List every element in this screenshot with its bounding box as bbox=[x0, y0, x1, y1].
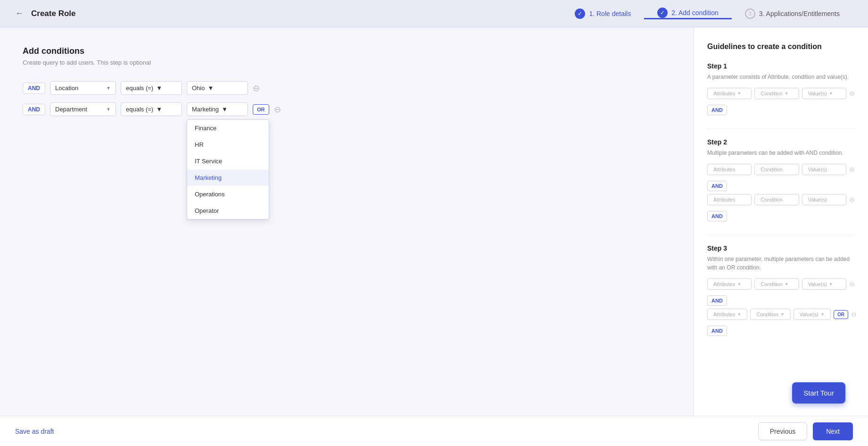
right-panel: Guidelines to create a condition Step 1 … bbox=[694, 27, 868, 416]
location-attribute-select[interactable]: Location ▼ bbox=[50, 81, 116, 95]
guide-step-2-cond-1: Condition bbox=[754, 164, 799, 175]
start-tour-button[interactable]: Start Tour bbox=[792, 382, 845, 404]
guide-separator-1 bbox=[707, 128, 855, 129]
remove-row-1-button[interactable]: ⊖ bbox=[253, 84, 260, 93]
guide-step-2-row-2: Attributes Condition Value(s) ⊖ bbox=[707, 194, 855, 205]
department-dropdown-menu: Finance HR IT Service Marketing Operatio… bbox=[187, 119, 269, 219]
guide-step-3-remove-1: ⊖ bbox=[849, 280, 855, 288]
location-condition-value: equals (=) bbox=[126, 84, 153, 92]
back-button[interactable]: ← bbox=[15, 8, 24, 18]
guide-step-1-row: Attributes ▼ Condition ▼ Value(s) ▼ ⊖ bbox=[707, 88, 855, 99]
step-2[interactable]: ✓ 2. Add condition bbox=[644, 8, 732, 19]
guide-condition-label-1: Condition bbox=[761, 91, 782, 96]
dropdown-item-operations[interactable]: Operations bbox=[187, 186, 269, 202]
department-condition-value: equals (=) bbox=[126, 106, 153, 113]
guide-step-3: Step 3 Within one parameter, multiple pa… bbox=[707, 244, 855, 336]
and-label-2: AND bbox=[23, 104, 45, 115]
section-title: Add conditions bbox=[23, 46, 671, 56]
guide-step-2-remove-2: ⊖ bbox=[849, 196, 855, 203]
location-condition-select[interactable]: equals (=) ▼ bbox=[121, 81, 182, 95]
guide-and-4: AND bbox=[707, 295, 727, 306]
guide-or-badge: OR bbox=[834, 310, 848, 319]
steps-nav: ✓ 1. Role details ✓ 2. Add condition 3 3… bbox=[562, 8, 853, 19]
step-1-circle: ✓ bbox=[575, 8, 585, 19]
guide-step-2-val-2: Value(s) bbox=[802, 194, 846, 205]
guide-step-1: Step 1 A parameter consists of Attribute… bbox=[707, 62, 855, 115]
location-value: Location bbox=[55, 84, 78, 92]
department-arrow-icon: ▼ bbox=[106, 107, 111, 112]
header: ← Create Role ✓ 1. Role details ✓ 2. Add… bbox=[0, 0, 868, 27]
guide-step-3-attr-2: Attributes ▼ bbox=[707, 309, 747, 320]
guide-and-1: AND bbox=[707, 105, 727, 115]
guide-step-2-title: Step 2 bbox=[707, 138, 855, 146]
step-3-number: 3 bbox=[749, 11, 752, 17]
condition-row-2: AND Department ▼ equals (=) ▼ Marketing … bbox=[23, 102, 671, 116]
guide-step-2-remove-1: ⊖ bbox=[849, 166, 855, 173]
department-value-select[interactable]: Marketing ▼ bbox=[187, 102, 248, 116]
dropdown-item-finance[interactable]: Finance bbox=[187, 120, 269, 136]
guide-title: Guidelines to create a condition bbox=[707, 42, 855, 51]
step-3-circle: 3 bbox=[745, 8, 755, 19]
guide-step-3-val-1: Value(s) ▼ bbox=[802, 278, 846, 290]
guide-step-3-val-2: Value(s) ▼ bbox=[794, 309, 831, 320]
location-value-select[interactable]: Ohio ▼ bbox=[187, 81, 248, 95]
left-panel: Add conditions Create query to add users… bbox=[0, 27, 694, 416]
save-draft-button[interactable]: Save as draft bbox=[15, 428, 54, 435]
department-value-dropdown-container: Marketing ▼ Finance HR IT Service Market… bbox=[187, 102, 248, 116]
location-condition-arrow-icon: ▼ bbox=[156, 84, 162, 92]
and-label-1: AND bbox=[23, 83, 45, 94]
guide-step-3-desc: Within one parameter, multiple parameter… bbox=[707, 255, 855, 272]
guide-step-2-val-1: Value(s) bbox=[802, 164, 846, 175]
guide-values-arrow-1: ▼ bbox=[829, 91, 833, 96]
or-badge: OR bbox=[253, 104, 269, 115]
next-button[interactable]: Next bbox=[813, 422, 853, 440]
guide-step-2-cond-2: Condition bbox=[754, 194, 799, 205]
guide-step-3-cond-1: Condition ▼ bbox=[754, 278, 799, 290]
guide-condition-col-1: Condition ▼ bbox=[754, 88, 799, 99]
location-value-arrow-icon: ▼ bbox=[207, 84, 214, 92]
guide-attributes-arrow-1: ▼ bbox=[737, 91, 741, 96]
step-3[interactable]: 3 3. Applications/Entitlements bbox=[732, 8, 853, 19]
step-2-circle: ✓ bbox=[657, 8, 668, 18]
guide-step-3-title: Step 3 bbox=[707, 244, 855, 252]
dropdown-item-operator[interactable]: Operator bbox=[187, 202, 269, 219]
guide-step-2: Step 2 Multiple parameters can be added … bbox=[707, 138, 855, 221]
footer: Save as draft Previous Next bbox=[0, 416, 868, 446]
location-arrow-icon: ▼ bbox=[106, 85, 111, 91]
dropdown-item-hr[interactable]: HR bbox=[187, 136, 269, 153]
condition-row-1: AND Location ▼ equals (=) ▼ Ohio ▼ ⊖ bbox=[23, 81, 671, 95]
page-title: Create Role bbox=[31, 9, 562, 18]
guide-step-2-row-1: Attributes Condition Value(s) ⊖ bbox=[707, 164, 855, 175]
back-icon: ← bbox=[15, 8, 24, 18]
department-value: Department bbox=[55, 106, 87, 113]
guide-step-1-desc: A parameter consists of Attribute, condi… bbox=[707, 73, 855, 81]
guide-step-2-attr-1: Attributes bbox=[707, 164, 752, 175]
guide-step-3-row-2: Attributes ▼ Condition ▼ Value(s) ▼ OR ⊖ bbox=[707, 309, 855, 320]
previous-button[interactable]: Previous bbox=[758, 422, 807, 440]
guide-attributes-label-1: Attributes bbox=[713, 91, 735, 96]
dropdown-item-itservice[interactable]: IT Service bbox=[187, 153, 269, 169]
department-value-arrow-icon: ▼ bbox=[222, 106, 228, 113]
guide-step-3-cond-2: Condition ▼ bbox=[750, 309, 790, 320]
step-2-label: 2. Add condition bbox=[671, 9, 719, 17]
step-1[interactable]: ✓ 1. Role details bbox=[562, 8, 644, 19]
guide-attributes-col-1: Attributes ▼ bbox=[707, 88, 752, 99]
department-attribute-select[interactable]: Department ▼ bbox=[50, 102, 116, 116]
location-val: Ohio bbox=[192, 84, 205, 92]
guide-step-1-title: Step 1 bbox=[707, 62, 855, 70]
main-content: Add conditions Create query to add users… bbox=[0, 27, 868, 416]
step-3-label: 3. Applications/Entitlements bbox=[759, 10, 840, 17]
guide-remove-1: ⊖ bbox=[849, 90, 855, 97]
section-subtitle: Create query to add users. This step is … bbox=[23, 59, 671, 66]
dropdown-item-marketing[interactable]: Marketing bbox=[187, 169, 269, 186]
remove-row-2-button[interactable]: ⊖ bbox=[274, 105, 281, 114]
department-condition-select[interactable]: equals (=) ▼ bbox=[121, 102, 182, 116]
guide-and-3: AND bbox=[707, 211, 727, 221]
guide-values-label-1: Value(s) bbox=[808, 91, 827, 96]
guide-step-3-attr-1: Attributes ▼ bbox=[707, 278, 752, 290]
check-icon: ✓ bbox=[578, 10, 582, 17]
department-condition-arrow-icon: ▼ bbox=[156, 106, 162, 113]
guide-and-5: AND bbox=[707, 326, 727, 336]
guide-step-3-remove-2: ⊖ bbox=[851, 311, 857, 318]
guide-and-2: AND bbox=[707, 181, 727, 191]
